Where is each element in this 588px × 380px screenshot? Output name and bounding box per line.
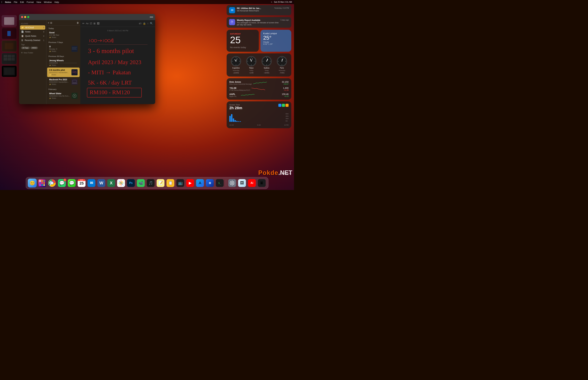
minimize-button[interactable]: [24, 16, 26, 18]
dock-xcode[interactable]: ⚙: [206, 179, 214, 188]
window-menu[interactable]: Window: [44, 1, 52, 3]
dock-appstore[interactable]: A: [196, 179, 205, 188]
dock-calculator[interactable]: 🖩: [257, 179, 266, 188]
new-note-icon[interactable]: ✏: [82, 22, 85, 25]
sidebar-item-quick-notes[interactable]: 📋 Quick Notes 0: [19, 34, 46, 38]
screentime-label: Screen Time: [229, 104, 242, 106]
tag-all[interactable]: All Tags: [21, 47, 30, 49]
tag-8659[interactable]: #8659: [30, 47, 38, 49]
sidebar-toggle-button[interactable]: [150, 15, 153, 19]
apple-menu[interactable]: : [1, 1, 2, 3]
notification-screentime[interactable]: ⏱ Weekly Report Available You averaged 2…: [227, 17, 291, 28]
app-name[interactable]: Notes: [5, 1, 11, 3]
stock-name-aapl: Apple Inc.: [229, 95, 240, 97]
svg-text:RM100 - RM120: RM100 - RM120: [90, 89, 130, 95]
app-switcher: [2, 15, 17, 77]
stock-price-dow: 32,150: [279, 81, 288, 83]
stock-change-aapl: +0.53: [279, 95, 288, 97]
dock-preview[interactable]: 🖼: [238, 179, 247, 188]
sidebar-item-all-icloud[interactable]: 📁 All iCloud 9: [20, 25, 45, 30]
sidebar-item-recently-deleted[interactable]: 🗑 Recently Deleted 1: [19, 38, 46, 42]
dock-outlook[interactable]: ✉: [87, 179, 96, 188]
dock-terminal[interactable]: $_: [215, 179, 224, 188]
stock-chart-aapl: [241, 93, 278, 97]
dock-calendar[interactable]: MAR 25: [77, 179, 86, 188]
calendar-no-events: No events today: [230, 46, 255, 49]
svg-point-42: [74, 95, 75, 96]
editor-content[interactable]: 5 March 2023 at 2:48 PM: [80, 27, 155, 104]
format-menu[interactable]: Format: [27, 1, 34, 3]
list-view-icon[interactable]: ≡: [48, 21, 49, 24]
dock-launchpad[interactable]: [38, 179, 47, 188]
dock-photos[interactable]: [117, 179, 126, 188]
dock-whatsapp[interactable]: 💬 3: [57, 179, 66, 188]
menubar:  Notes File Edit Format View Window Hel…: [0, 0, 294, 4]
sidebar-count-quick-notes: 0: [43, 35, 44, 37]
note-item-macbook[interactable]: Macbook Pro 2023 23/02/2023 Handwritten.…: [47, 77, 80, 87]
dock-youtube[interactable]: ▶: [186, 179, 195, 188]
dock-finder[interactable]: 😊: [28, 179, 37, 188]
share-icon[interactable]: ↑: [147, 22, 149, 25]
note-item-wheelslider[interactable]: Wheel Slider 10/02/2023 Only fits from..…: [47, 91, 80, 100]
dock-word[interactable]: W: [97, 179, 106, 188]
stock-price-aapl: 159.46: [279, 93, 288, 95]
delete-note-icon[interactable]: 🗑: [76, 21, 79, 24]
note-meta-macbook: 23/02/2023 Handwritten...: [49, 81, 70, 83]
dock-tv[interactable]: 📺: [176, 179, 185, 188]
svg-rect-62: [4, 68, 14, 75]
stock-symbol-klse: ^KLSE: [229, 87, 250, 89]
world-clocks-widget: Cupertino Yesterday -15HRS Tokyo To: [227, 53, 291, 76]
file-menu[interactable]: File: [14, 1, 17, 3]
search-icon[interactable]: 🔍: [150, 22, 153, 25]
dock-djay[interactable]: 🎵: [146, 179, 155, 188]
note-item-pilot[interactable]: 3-6 months pilot 05/03/2023 Handwritten.…: [47, 68, 80, 77]
other-icon-st: [285, 104, 288, 107]
svg-text:April 2023 / May 2023: April 2023 / May 2023: [88, 59, 141, 65]
notification-outlook[interactable]: ✉ RE: Utilities Bill for Jan... Siti Nor…: [227, 5, 291, 15]
dock-system-prefs[interactable]: [228, 179, 237, 188]
switcher-thumb-2[interactable]: [2, 28, 17, 39]
sidebar-item-notes[interactable]: 📄 Notes 9: [19, 30, 46, 34]
tag-icon[interactable]: 🏷: [139, 22, 141, 25]
note-item-jerung[interactable]: Jerung Wheels 14/03/2023 📁 Notes: [47, 58, 80, 68]
switcher-thumb-4[interactable]: [2, 53, 17, 64]
maximize-button[interactable]: [27, 16, 29, 18]
stock-chart-dow: [253, 81, 278, 85]
switcher-thumb-5[interactable]: [2, 66, 17, 77]
note-thumb-macbook: [72, 79, 77, 85]
note-thumb-wheelslider: [72, 93, 77, 99]
dock-stickies[interactable]: 📋: [166, 179, 175, 188]
help-menu[interactable]: Help: [55, 1, 59, 3]
checklist-icon[interactable]: ☑: [90, 22, 92, 25]
handwriting-area: 3 - 6 months pilot April 2023 / May 2023…: [84, 34, 151, 104]
view-menu[interactable]: View: [37, 1, 41, 3]
dock-photoshop[interactable]: Ps: [127, 179, 135, 188]
edit-menu[interactable]: Edit: [20, 1, 24, 3]
switcher-thumb-1[interactable]: [2, 15, 17, 27]
lock-icon[interactable]: 🔒: [143, 22, 146, 25]
widget-grid: SATURDAY 25 No events today Kuala Lumpur…: [227, 30, 291, 128]
clock-sydney: Sydney Today +3HRS: [262, 56, 272, 74]
dock-excel[interactable]: X: [107, 179, 116, 188]
dock-chrome[interactable]: [48, 179, 57, 188]
notif-subtitle: Siti Norsaniah Mohd Raimi: [237, 10, 273, 12]
sidebar-count-all-icloud: 9: [43, 27, 44, 29]
close-button[interactable]: [21, 16, 23, 18]
dock-messages[interactable]: 💬: [67, 179, 76, 188]
new-folder-button[interactable]: ⊕ New Folder: [19, 51, 46, 55]
dock-facetime[interactable]: 📹: [136, 179, 145, 188]
table-icon[interactable]: ⊞: [94, 22, 96, 25]
svg-rect-57: [12, 55, 15, 57]
svg-rect-58: [3, 58, 7, 60]
note-item-good[interactable]: Good 2:07 AM Bad 📁 Notes: [47, 30, 80, 40]
dock-notes[interactable]: 📝: [156, 179, 165, 188]
edit-widgets-button[interactable]: Edit Widgets: [280, 172, 291, 175]
format-text-icon[interactable]: Aa: [86, 22, 89, 25]
grid-view-icon[interactable]: ⊞: [50, 21, 52, 24]
svg-point-45: [105, 39, 107, 42]
switcher-thumb-3[interactable]: [2, 40, 17, 52]
dock-adobe[interactable]: Ai: [247, 179, 256, 188]
media-icon[interactable]: 🖼: [97, 22, 99, 25]
screentime-widget: Screen Time 2h 28m 60m 40m 30m 0m: [227, 101, 291, 128]
note-item-o[interactable]: O Monday O 📁 Notes: [47, 44, 80, 54]
